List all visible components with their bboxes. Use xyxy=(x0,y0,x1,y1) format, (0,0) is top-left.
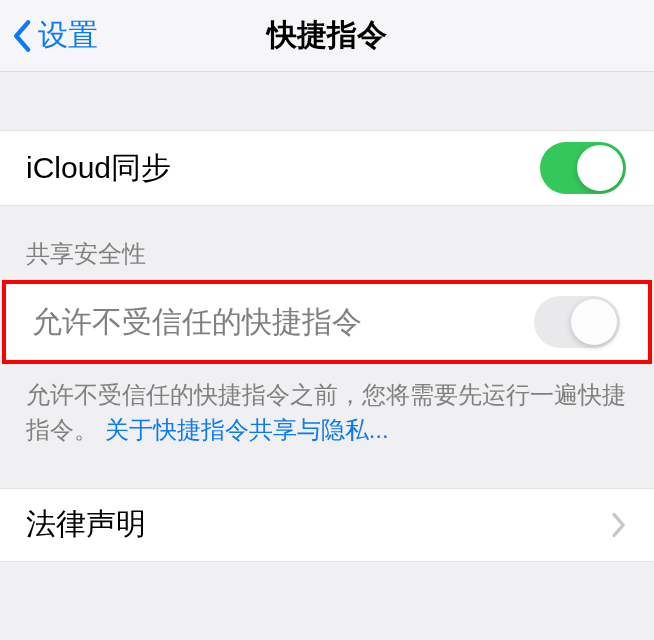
footer-text: 允许不受信任的快捷指令之前，您将需要先运行一遍快捷指令。 关于快捷指令共享与隐私… xyxy=(0,364,654,448)
chevron-right-icon xyxy=(610,512,626,538)
icloud-sync-toggle[interactable] xyxy=(540,142,626,194)
privacy-link[interactable]: 关于快捷指令共享与隐私... xyxy=(105,416,389,443)
allow-untrusted-row[interactable]: 允许不受信任的快捷指令 xyxy=(6,284,648,360)
icloud-sync-label: iCloud同步 xyxy=(26,148,540,189)
navbar: 设置 快捷指令 xyxy=(0,0,654,72)
highlight-box: 允许不受信任的快捷指令 xyxy=(2,280,652,364)
legal-label: 法律声明 xyxy=(26,504,610,545)
page-title: 快捷指令 xyxy=(267,15,387,56)
allow-untrusted-toggle[interactable] xyxy=(534,296,620,348)
chevron-left-icon xyxy=(12,19,34,53)
sharing-security-header: 共享安全性 xyxy=(0,206,654,282)
back-button[interactable]: 设置 xyxy=(12,15,98,56)
icloud-sync-row[interactable]: iCloud同步 xyxy=(0,130,654,206)
back-label: 设置 xyxy=(38,15,98,56)
allow-untrusted-label: 允许不受信任的快捷指令 xyxy=(32,302,534,343)
legal-row[interactable]: 法律声明 xyxy=(0,488,654,562)
